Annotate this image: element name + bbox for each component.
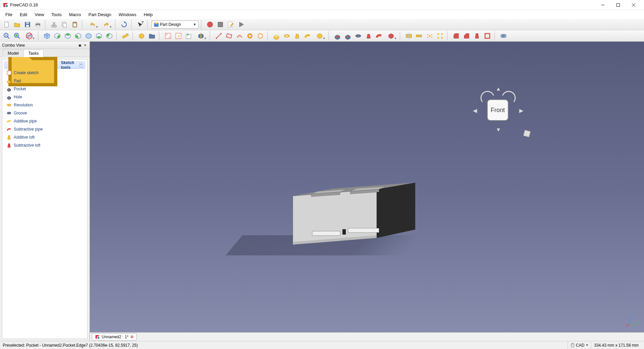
sketch-tools-group-header[interactable]: Sketch tools ⌃ xyxy=(4,61,85,69)
redo-button[interactable]: ▼ xyxy=(100,20,113,29)
menu-help[interactable]: Help xyxy=(140,11,156,18)
refresh-button[interactable] xyxy=(119,20,129,29)
panel-close-button[interactable]: ✕ xyxy=(83,43,88,48)
svg-point-87 xyxy=(357,36,359,37)
macro-stop-button[interactable] xyxy=(216,20,225,29)
task-subtractive-pipe[interactable]: Subtractive pipe xyxy=(4,125,85,133)
macro-record-button[interactable] xyxy=(205,20,215,29)
sketcher-line-button[interactable] xyxy=(214,31,223,41)
window-minimize-button[interactable] xyxy=(595,0,610,10)
create-body-button[interactable] xyxy=(137,31,146,41)
view-top-button[interactable] xyxy=(63,31,72,41)
undo-button[interactable]: ▼ xyxy=(86,20,99,29)
mirror-button[interactable] xyxy=(404,31,414,41)
view-rear-button[interactable] xyxy=(84,31,93,41)
document-tab-close-button[interactable]: ⊠ xyxy=(130,335,133,339)
additive-loft-button[interactable] xyxy=(292,31,302,41)
sketcher-external-button[interactable] xyxy=(256,31,265,41)
chamfer-button[interactable] xyxy=(462,31,471,41)
open-file-button[interactable] xyxy=(12,20,22,29)
sketcher-constraint-button[interactable] xyxy=(245,31,255,41)
draw-style-button[interactable]: ▼ xyxy=(23,31,36,41)
panel-float-button[interactable]: ▣ xyxy=(77,43,82,48)
task-subtractive-loft[interactable]: Subtractive loft xyxy=(4,141,85,149)
paste-button[interactable] xyxy=(70,20,79,29)
view-isometric-button[interactable] xyxy=(42,31,52,41)
3d-viewport[interactable]: ▲ ▼ ◀ ▶ Front z y x Unnamed2 : 1* ⊠ xyxy=(90,42,644,341)
fit-selection-button[interactable] xyxy=(12,31,22,41)
polar-pattern-button[interactable] xyxy=(425,31,434,41)
view-bottom-button[interactable] xyxy=(94,31,104,41)
pad-button[interactable] xyxy=(272,31,281,41)
task-hole[interactable]: Hole xyxy=(4,93,85,101)
create-group-button[interactable] xyxy=(147,31,157,41)
status-nav-style[interactable]: CAD ▼ xyxy=(568,341,591,349)
cut-button[interactable] xyxy=(49,20,59,29)
measure-button[interactable] xyxy=(121,31,130,41)
fillet-button[interactable] xyxy=(451,31,461,41)
datum-button[interactable]: ▼ xyxy=(195,31,207,41)
navcube-arrow-down[interactable]: ▼ xyxy=(496,127,501,133)
tab-model[interactable]: Model xyxy=(3,49,24,57)
whats-this-button[interactable]: ? xyxy=(136,20,145,29)
workbench-selector[interactable]: Part Design ▼ xyxy=(152,20,199,29)
task-revolution[interactable]: Revolution xyxy=(4,101,85,109)
document-tab-label: Unnamed2 : 1* xyxy=(102,335,128,339)
document-tab[interactable]: Unnamed2 : 1* ⊠ xyxy=(92,333,137,341)
pocket-button[interactable] xyxy=(333,31,342,41)
sketcher-rect-button[interactable] xyxy=(224,31,234,41)
edit-sketch-button[interactable] xyxy=(174,31,183,41)
navigation-cube[interactable]: ▲ ▼ ◀ ▶ Front xyxy=(473,85,523,136)
save-button[interactable] xyxy=(23,20,32,29)
view-left-button[interactable] xyxy=(105,31,114,41)
task-additive-loft[interactable]: Additive loft xyxy=(4,133,85,141)
sketcher-arc-button[interactable] xyxy=(235,31,244,41)
groove-button[interactable] xyxy=(354,31,363,41)
hole-button[interactable] xyxy=(343,31,353,41)
3d-model[interactable] xyxy=(248,169,462,263)
menu-partdesign[interactable]: Part Design xyxy=(85,11,115,18)
menu-view[interactable]: View xyxy=(31,11,47,18)
copy-button[interactable] xyxy=(60,20,69,29)
toolbar-file: ▼ ▼ ? Part Design ▼ xyxy=(0,19,644,30)
toolbar-separator xyxy=(116,31,118,41)
navcube-home-button[interactable] xyxy=(523,130,531,137)
create-sketch-button[interactable] xyxy=(163,31,173,41)
subtractive-primitive-button[interactable]: ▼ xyxy=(385,31,397,41)
thickness-button[interactable] xyxy=(483,31,492,41)
fit-all-button[interactable] xyxy=(2,31,11,41)
revolution-button[interactable] xyxy=(282,31,291,41)
map-sketch-button[interactable] xyxy=(184,31,194,41)
additive-pipe-button[interactable] xyxy=(303,31,312,41)
view-right-button[interactable] xyxy=(73,31,83,41)
new-file-button[interactable] xyxy=(2,20,11,29)
macro-edit-button[interactable] xyxy=(226,20,235,29)
collapse-icon[interactable]: ⌃ xyxy=(79,63,83,67)
navcube-arrow-left[interactable]: ◀ xyxy=(473,107,477,114)
menu-tools[interactable]: Tools xyxy=(48,11,65,18)
task-groove[interactable]: Groove xyxy=(4,109,85,117)
navcube-arrow-up[interactable]: ▲ xyxy=(496,86,501,92)
additive-primitive-button[interactable]: ▼ xyxy=(313,31,326,41)
navcube-face-front[interactable]: Front xyxy=(487,99,508,121)
macro-run-button[interactable] xyxy=(236,20,246,29)
print-button[interactable] xyxy=(33,20,43,29)
window-close-button[interactable] xyxy=(626,0,641,10)
draft-button[interactable] xyxy=(472,31,482,41)
subtractive-loft-button[interactable] xyxy=(364,31,373,41)
view-front-button[interactable] xyxy=(53,31,62,41)
tab-tasks[interactable]: Tasks xyxy=(23,49,44,57)
window-maximize-button[interactable] xyxy=(610,0,626,10)
boolean-button[interactable] xyxy=(499,31,508,41)
navcube-arrow-right[interactable]: ▶ xyxy=(519,107,523,114)
svg-rect-109 xyxy=(7,71,11,75)
linear-pattern-button[interactable] xyxy=(415,31,424,41)
menu-macro[interactable]: Macro xyxy=(66,11,85,18)
create-sketch-icon xyxy=(6,70,12,76)
menu-file[interactable]: File xyxy=(2,11,16,18)
task-additive-pipe[interactable]: Additive pipe xyxy=(4,117,85,125)
menu-edit[interactable]: Edit xyxy=(16,11,31,18)
multitransform-button[interactable] xyxy=(435,31,445,41)
subtractive-pipe-button[interactable] xyxy=(374,31,384,41)
menu-windows[interactable]: Windows xyxy=(115,11,140,18)
